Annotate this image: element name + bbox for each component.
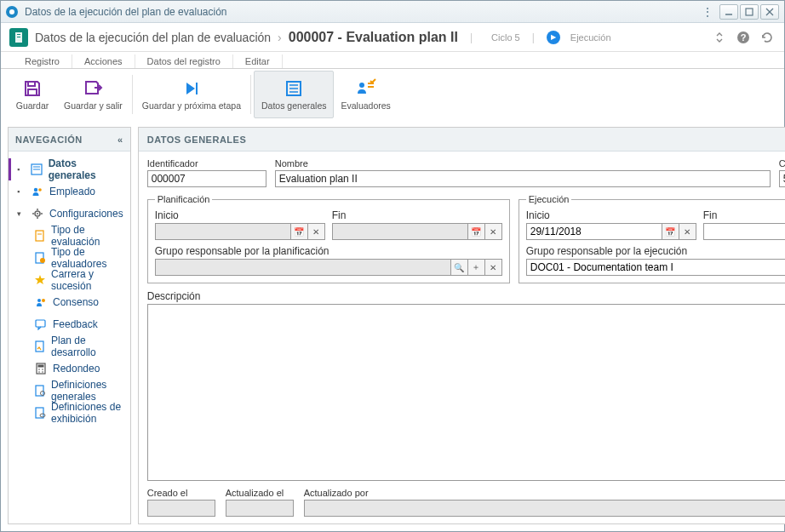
ribbon-tab-editar: Editar bbox=[233, 54, 283, 68]
svg-point-21 bbox=[38, 188, 42, 192]
exec-start-input[interactable] bbox=[526, 223, 662, 240]
svg-point-31 bbox=[40, 258, 45, 263]
updated-input bbox=[226, 500, 294, 517]
name-input[interactable] bbox=[275, 170, 771, 187]
label-id: Identificador bbox=[147, 158, 266, 169]
nav-item-evaluator-type[interactable]: Tipo de evaluadores bbox=[9, 247, 130, 269]
window-title: Datos de la ejecución del plan de evalua… bbox=[25, 6, 701, 18]
app-window: Datos de la ejecución del plan de evalua… bbox=[0, 0, 785, 532]
planning-legend: Planificación bbox=[155, 194, 213, 204]
evaluators-tab[interactable]: Evaluadores bbox=[334, 71, 397, 118]
exec-end-input[interactable] bbox=[703, 223, 785, 240]
nav-item-rounding[interactable]: Redondeo bbox=[9, 358, 130, 380]
close-button[interactable] bbox=[760, 4, 779, 20]
nav-item-eval-type[interactable]: Tipo de evaluación bbox=[9, 225, 130, 247]
nav-item-consensus[interactable]: Consenso bbox=[9, 291, 130, 313]
refresh-icon[interactable] bbox=[759, 29, 776, 46]
breadcrumb-sep: › bbox=[278, 31, 282, 44]
general-data-tab[interactable]: Datos generales bbox=[254, 71, 334, 118]
svg-rect-9 bbox=[28, 82, 35, 86]
save-button[interactable]: Guardar bbox=[8, 71, 57, 118]
add-icon: ＋ bbox=[468, 259, 485, 276]
breadcrumb-root[interactable]: Datos de la ejecución del plan de evalua… bbox=[35, 31, 271, 44]
calendar-icon: 📅 bbox=[468, 223, 485, 240]
titlebar: Datos de la ejecución del plan de evalua… bbox=[1, 1, 784, 23]
evaluators-icon bbox=[355, 77, 377, 100]
svg-point-38 bbox=[38, 369, 40, 370]
content-area: NAVEGACIÓN « ▪ Datos generales ▪ Emplead… bbox=[1, 120, 784, 531]
id-input[interactable] bbox=[147, 170, 266, 187]
label-updated-by: Actualizado por bbox=[304, 488, 785, 498]
plan-end-input bbox=[332, 223, 468, 240]
next-icon bbox=[180, 77, 203, 100]
ribbon-tab-acciones: Acciones bbox=[72, 54, 135, 68]
save-exit-icon bbox=[82, 77, 104, 100]
navigation-panel: NAVEGACIÓN « ▪ Datos generales ▪ Emplead… bbox=[8, 127, 131, 524]
nav-item-dev-plan[interactable]: Plan de desarrollo bbox=[9, 335, 130, 358]
maximize-button[interactable] bbox=[740, 4, 759, 20]
save-icon bbox=[21, 77, 43, 100]
expand-icon[interactable]: ▾ bbox=[17, 209, 26, 218]
svg-point-23 bbox=[37, 213, 38, 215]
collapse-updown-icon[interactable] bbox=[711, 29, 728, 46]
form-icon bbox=[283, 77, 305, 100]
planning-fieldset: Planificación Inicio 📅 ✕ bbox=[147, 194, 510, 283]
nav-tree: ▪ Datos generales ▪ Empleado ▾ Configura… bbox=[9, 152, 130, 431]
cycle-input[interactable] bbox=[779, 170, 785, 187]
label-name: Nombre bbox=[275, 158, 771, 169]
nav-item-general[interactable]: ▪ Datos generales bbox=[9, 158, 130, 180]
svg-point-41 bbox=[42, 371, 43, 373]
exec-group-input[interactable] bbox=[526, 259, 785, 276]
label-exec-end: Fin bbox=[703, 209, 785, 221]
ribbon-tab-registro: Registro bbox=[13, 54, 72, 68]
svg-rect-35 bbox=[36, 341, 43, 352]
main-panel: DATOS GENERALES Identificador Nombre Cic… bbox=[138, 127, 785, 524]
minimize-button[interactable] bbox=[719, 4, 738, 20]
description-textarea[interactable] bbox=[147, 304, 785, 481]
svg-point-40 bbox=[38, 371, 40, 373]
nav-item-employee[interactable]: ▪ Empleado bbox=[9, 180, 130, 203]
toolbar: Guardar Guardar y salir Guardar y próxim… bbox=[1, 69, 784, 120]
star-icon bbox=[34, 273, 46, 287]
svg-point-16 bbox=[359, 83, 364, 88]
save-exit-button[interactable]: Guardar y salir bbox=[57, 71, 129, 118]
svg-point-33 bbox=[42, 299, 45, 302]
form-icon bbox=[31, 163, 43, 176]
nav-item-config[interactable]: ▾ Configuraciones bbox=[9, 203, 130, 225]
main-header: DATOS GENERALES bbox=[139, 128, 785, 152]
nav-item-career[interactable]: Carrera y sucesión bbox=[9, 269, 130, 291]
clear-icon: ✕ bbox=[308, 223, 325, 240]
window-controls bbox=[719, 4, 779, 20]
nav-item-feedback[interactable]: Feedback bbox=[9, 313, 130, 335]
calendar-icon[interactable]: 📅 bbox=[662, 223, 679, 240]
clear-icon: ✕ bbox=[485, 223, 502, 240]
help-icon[interactable]: ? bbox=[735, 29, 752, 46]
ribbon-tab-datos: Datos del registro bbox=[135, 54, 233, 68]
svg-rect-34 bbox=[36, 320, 45, 327]
save-next-button[interactable]: Guardar y próxima etapa bbox=[135, 71, 248, 118]
chat-icon bbox=[34, 317, 48, 331]
svg-rect-5 bbox=[17, 34, 20, 35]
doc-icon bbox=[34, 251, 46, 265]
label-description: Descripción bbox=[147, 290, 785, 302]
titlebar-menu[interactable]: ⋮ bbox=[701, 6, 714, 18]
created-input bbox=[147, 500, 215, 517]
play-icon: ▶ bbox=[547, 31, 560, 44]
plan-group-input bbox=[155, 259, 451, 276]
label-exec-group: Grupo responsable por la ejecución bbox=[526, 245, 785, 257]
collapse-nav-icon[interactable]: « bbox=[117, 134, 123, 145]
app-icon bbox=[6, 6, 18, 18]
breadcrumb-current: 000007 - Evaluation plan II bbox=[289, 30, 458, 45]
breadcrumb: Datos de la ejecución del plan de evalua… bbox=[1, 23, 784, 52]
people-icon bbox=[31, 185, 44, 198]
label-cycle: Ciclo bbox=[779, 158, 785, 169]
clear-icon[interactable]: ✕ bbox=[679, 223, 696, 240]
nav-item-exhib-defs[interactable]: Definiciones de exhibición bbox=[9, 402, 130, 424]
nav-item-gen-defs[interactable]: Definiciones generales bbox=[9, 380, 130, 402]
svg-rect-37 bbox=[38, 365, 44, 368]
svg-rect-10 bbox=[28, 89, 37, 95]
execution-fieldset: Ejecución Inicio 📅 ✕ bbox=[519, 194, 785, 283]
label-created: Creado el bbox=[147, 488, 215, 498]
label-updated: Actualizado el bbox=[226, 488, 294, 498]
svg-point-32 bbox=[37, 299, 41, 302]
